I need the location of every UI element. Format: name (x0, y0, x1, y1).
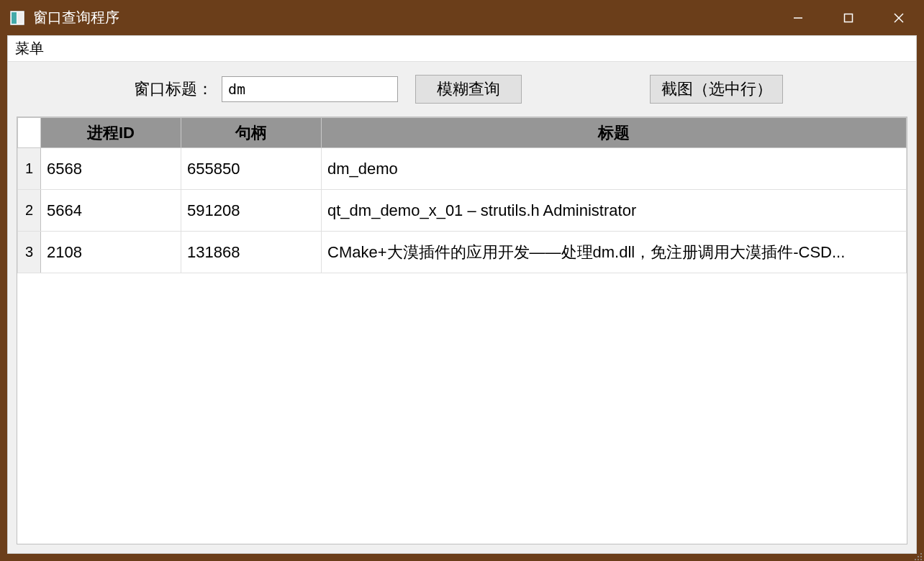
svg-point-8 (918, 556, 919, 557)
window-title: 窗口查询程序 (33, 8, 773, 27)
menu-item-menu[interactable]: 菜单 (8, 35, 51, 63)
table-row[interactable]: 1 6568 655850 dm_demo (18, 148, 907, 190)
cell-handle[interactable]: 655850 (181, 148, 322, 190)
cell-pid[interactable]: 6568 (41, 148, 181, 190)
table-header-pid[interactable]: 进程ID (41, 118, 181, 148)
cell-pid[interactable]: 2108 (41, 232, 181, 273)
table-row[interactable]: 3 2108 131868 CMake+大漠插件的应用开发——处理dm.dll，… (18, 232, 907, 273)
maximize-button[interactable] (823, 0, 874, 35)
app-icon (9, 9, 26, 27)
svg-point-10 (915, 559, 916, 560)
cell-pid[interactable]: 5664 (41, 190, 181, 232)
menubar: 菜单 (8, 36, 916, 62)
svg-point-7 (920, 553, 922, 555)
table-corner-cell (18, 118, 41, 148)
results-table: 进程ID 句柄 标题 1 6568 655850 dm_demo 2 5664 … (17, 117, 907, 273)
minimize-button[interactable] (773, 0, 823, 35)
window-controls (773, 0, 924, 35)
window-body: 菜单 窗口标题： 模糊查询 截图（选中行） 进程ID 句柄 标题 (7, 35, 917, 554)
minimize-icon (793, 13, 803, 23)
svg-point-12 (920, 559, 922, 560)
row-number: 3 (18, 232, 41, 273)
cell-handle[interactable]: 131868 (181, 232, 322, 273)
table-row[interactable]: 2 5664 591208 qt_dm_demo_x_01 – strutils… (18, 190, 907, 232)
svg-point-11 (918, 559, 919, 560)
window-title-label: 窗口标题： (134, 78, 213, 100)
svg-rect-1 (12, 12, 17, 24)
table-header-title[interactable]: 标题 (322, 118, 907, 148)
row-number: 2 (18, 190, 41, 232)
toolbar: 窗口标题： 模糊查询 截图（选中行） (8, 62, 916, 117)
cell-title[interactable]: qt_dm_demo_x_01 – strutils.h Administrat… (322, 190, 907, 232)
cell-title[interactable]: CMake+大漠插件的应用开发——处理dm.dll，免注册调用大漠插件-CSD.… (322, 232, 907, 273)
cell-handle[interactable]: 591208 (181, 190, 322, 232)
svg-rect-4 (845, 14, 853, 22)
close-button[interactable] (874, 0, 924, 35)
row-number: 1 (18, 148, 41, 190)
resize-grip-icon[interactable] (914, 551, 923, 560)
close-icon (893, 12, 905, 24)
svg-point-9 (920, 556, 922, 557)
svg-rect-2 (17, 12, 23, 24)
maximize-icon (843, 13, 853, 23)
table-header-row: 进程ID 句柄 标题 (18, 118, 907, 148)
fuzzy-query-button[interactable]: 模糊查询 (415, 75, 522, 104)
screenshot-button[interactable]: 截图（选中行） (650, 75, 783, 104)
titlebar: 窗口查询程序 (0, 0, 924, 35)
window-title-input[interactable] (222, 76, 398, 102)
results-table-container: 进程ID 句柄 标题 1 6568 655850 dm_demo 2 5664 … (17, 117, 907, 544)
table-header-handle[interactable]: 句柄 (181, 118, 322, 148)
cell-title[interactable]: dm_demo (322, 148, 907, 190)
